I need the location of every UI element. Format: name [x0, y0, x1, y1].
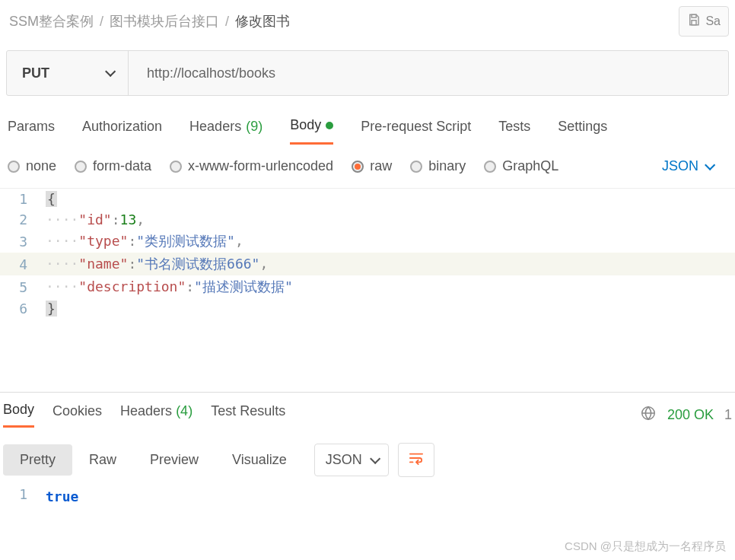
radio-icon	[170, 161, 182, 173]
radio-icon	[8, 161, 20, 173]
save-button[interactable]: Sa	[679, 6, 729, 37]
request-tabs: Params Authorization Headers (9) Body Pr…	[0, 114, 735, 145]
tab-headers[interactable]: Headers (9)	[189, 114, 262, 145]
response-view-row: Pretty Raw Preview Visualize JSON	[0, 437, 735, 486]
wrap-lines-button[interactable]	[398, 443, 434, 477]
url-input[interactable]	[129, 51, 728, 95]
line-number: 1	[0, 486, 46, 507]
breadcrumb-sep: /	[225, 14, 229, 30]
line-number: 5	[0, 279, 46, 295]
radio-icon	[410, 161, 422, 173]
tab-settings[interactable]: Settings	[558, 114, 607, 145]
view-raw[interactable]: Raw	[72, 444, 133, 476]
tab-body[interactable]: Body	[290, 114, 333, 145]
chevron-down-icon	[105, 66, 116, 77]
tab-prerequest[interactable]: Pre-request Script	[361, 114, 471, 145]
modified-dot-icon	[326, 122, 333, 129]
breadcrumb-sep: /	[100, 14, 103, 30]
chevron-down-icon	[370, 453, 380, 463]
radio-form-data[interactable]: form-data	[75, 158, 151, 174]
response-time: 1	[724, 407, 732, 423]
line-number: 3	[0, 234, 46, 250]
tab-authorization[interactable]: Authorization	[82, 114, 162, 145]
response-body-editor[interactable]: 1 true	[0, 486, 735, 507]
tab-tests[interactable]: Tests	[498, 114, 530, 145]
http-method-value: PUT	[22, 65, 49, 81]
globe-icon[interactable]	[640, 405, 657, 425]
radio-icon	[352, 161, 364, 173]
save-icon	[687, 13, 701, 30]
radio-binary[interactable]: binary	[410, 158, 466, 174]
status-code: 200 OK	[667, 407, 714, 423]
response-value: true	[46, 488, 78, 504]
response-format-select[interactable]: JSON	[314, 444, 389, 476]
radio-graphql[interactable]: GraphQL	[484, 158, 558, 174]
svg-rect-1	[692, 21, 696, 25]
tab-params[interactable]: Params	[8, 114, 55, 145]
response-tab-cookies[interactable]: Cookies	[52, 403, 102, 427]
chevron-down-icon	[705, 159, 715, 170]
radio-raw[interactable]: raw	[352, 158, 392, 174]
line-number: 4	[0, 256, 46, 272]
response-tabs: Body Cookies Headers (4) Test Results 20…	[0, 393, 735, 437]
breadcrumb-mid[interactable]: 图书模块后台接口	[110, 12, 219, 30]
view-preview[interactable]: Preview	[133, 444, 215, 476]
line-number: 6	[0, 301, 46, 317]
radio-icon	[484, 161, 496, 173]
response-tab-headers[interactable]: Headers (4)	[120, 403, 192, 427]
radio-urlencoded[interactable]: x-www-form-urlencoded	[170, 158, 333, 174]
content-type-select[interactable]: JSON	[662, 158, 712, 174]
breadcrumb-root[interactable]: SSM整合案例	[9, 12, 94, 30]
breadcrumb-current: 修改图书	[235, 12, 290, 30]
view-visualize[interactable]: Visualize	[215, 444, 304, 476]
breadcrumb: SSM整合案例 / 图书模块后台接口 / 修改图书	[9, 12, 290, 30]
body-type-row: none form-data x-www-form-urlencoded raw…	[0, 145, 735, 188]
request-body-editor[interactable]: 1 { 2 ····"id":13, 3 ····"type":"类别测试数据"…	[0, 188, 735, 392]
svg-rect-0	[692, 14, 696, 18]
response-tab-test-results[interactable]: Test Results	[211, 403, 285, 427]
line-number: 1	[0, 191, 46, 207]
http-method-select[interactable]: PUT	[7, 51, 129, 95]
response-tab-body[interactable]: Body	[3, 402, 34, 428]
radio-none[interactable]: none	[8, 158, 56, 174]
save-label: Sa	[705, 14, 721, 28]
line-number: 2	[0, 212, 46, 228]
view-pretty[interactable]: Pretty	[3, 444, 72, 476]
radio-icon	[75, 161, 87, 173]
watermark: CSDN @只是想成为一名程序员	[565, 539, 726, 554]
request-row: PUT	[6, 50, 729, 96]
